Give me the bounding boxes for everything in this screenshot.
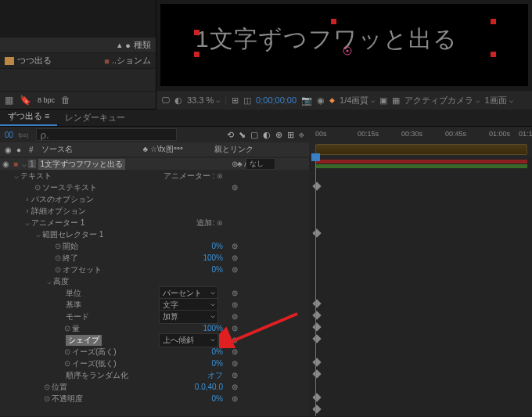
col-number: # [29, 146, 34, 154]
stopwatch-icon[interactable]: ⊙ [34, 183, 41, 192]
folder-icon [5, 57, 14, 65]
randomize-value[interactable]: オフ [207, 370, 223, 381]
box-icon[interactable]: ▢ [250, 130, 258, 140]
keyframe-icon[interactable] [312, 322, 321, 331]
twirl-icon[interactable]: ⌵ [20, 160, 28, 168]
pixel-icon[interactable]: ▦ [5, 95, 13, 106]
label-icon[interactable]: ● [125, 41, 131, 50]
keyframe-icon[interactable] [312, 299, 321, 307]
fx-icon[interactable]: ⊕ [275, 130, 282, 140]
aperture-icon[interactable]: ◉ [317, 95, 325, 106]
link-icon[interactable]: ⎆ [299, 130, 304, 139]
parent-dropdown[interactable]: なし [246, 158, 275, 170]
stopwatch-icon[interactable]: ⊙ [55, 242, 61, 250]
add-button[interactable]: 追加: ⊙ [196, 217, 223, 228]
stopwatch-icon[interactable]: ⊙ [44, 394, 50, 403]
animator-button[interactable]: アニメーター : ⊙ [164, 171, 223, 182]
quality-dropdown[interactable]: 1/4画質 [340, 95, 375, 106]
tab-render-queue[interactable]: レンダーキュー [57, 110, 133, 126]
layer-name[interactable]: 1文字ずつフワッと出る [38, 159, 126, 170]
keyframe-icon[interactable] [312, 369, 321, 378]
project-item-name: つつ出る [17, 55, 52, 67]
hide-icon[interactable]: ▴ [117, 40, 122, 50]
project-panel: ▴ ● 種類 つつ出る ■ ..ションム ▦ 🔖 8 bpc 🗑 [0, 0, 156, 110]
keyframe-icon[interactable] [312, 358, 321, 366]
stopwatch-icon[interactable]: ⊙ [64, 324, 70, 333]
project-footer-toolbar: ▦ 🔖 8 bpc 🗑 [0, 91, 156, 109]
tab-composition[interactable]: ずつ出る ≡ [0, 108, 57, 126]
col-source-name[interactable]: ソース名 [41, 144, 73, 155]
property-panel: ◉ ■ ⌵ 1 1文字ずつフワッと出る ♣ / ⊚ なし ⌵テキストアニメーター… [0, 158, 309, 416]
composition-canvas[interactable]: 1文字ずつフワッと出る [160, 4, 528, 86]
viewer-toolbar: 🖵 ◐ 33.3 % | ⊞ ◫ 0;00;00;00 📷 ◉ ◆ 1/4画質 … [156, 91, 532, 110]
timeline-tabs: ずつ出る ≡ レンダーキュー [0, 110, 532, 127]
keyframe-icon[interactable] [312, 393, 321, 401]
res-icon[interactable]: ⊞ [232, 95, 239, 106]
stopwatch-icon[interactable]: ⊙ [64, 347, 70, 356]
keyframe-icon[interactable] [312, 182, 321, 190]
tag-icon[interactable]: 🔖 [20, 95, 31, 106]
keyframe-icon[interactable] [312, 334, 321, 343]
view-dropdown[interactable]: 1画面 [484, 95, 512, 106]
viewer-panel: 1文字ずつフワッと出る 🖵 ◐ 33.3 % | ⊞ ◫ 0;00;00;00 … [156, 0, 532, 110]
shape-dropdown[interactable]: 上へ傾斜 [159, 333, 218, 347]
col-switches: ♣ ☆\fx图ᵒᵒᵒ [143, 144, 183, 155]
stopwatch-icon[interactable]: ⊙ [44, 383, 50, 391]
keyframe-icon[interactable] [312, 228, 321, 237]
region-icon[interactable]: ▣ [379, 95, 387, 106]
camera-dropdown[interactable]: アクティブカメラ [404, 95, 480, 106]
zoom-dropdown[interactable]: 33.3 % [187, 95, 220, 105]
visibility-icon[interactable]: ◉ [5, 146, 12, 154]
keyframe-icon[interactable] [312, 404, 321, 413]
project-header: ▴ ● 種類 [0, 38, 156, 53]
channel-icon[interactable]: ◆ [329, 96, 335, 104]
timeline-timecode[interactable]: 00 [5, 131, 13, 139]
bpc-label[interactable]: 8 bpc [38, 96, 55, 104]
time-ruler[interactable]: 00s 00:15s 00:30s 00:45s 01:00s 01:15 [309, 127, 532, 142]
timeline-track-area[interactable] [309, 158, 532, 416]
project-item[interactable]: つつ出る ■ ..ションム [0, 53, 156, 69]
stopwatch-icon[interactable]: ⊙ [64, 359, 70, 368]
graph-icon[interactable]: ⊞ [287, 130, 294, 140]
mask-icon[interactable]: ◐ [174, 95, 182, 106]
mode-dropdown[interactable]: 加算 [159, 310, 218, 324]
col-parent: 親とリンク [214, 144, 253, 155]
project-item-type: ..ションム [112, 55, 151, 67]
work-area-bar[interactable] [315, 144, 527, 155]
grid-icon[interactable]: ◫ [243, 95, 251, 106]
snapshot-icon[interactable]: 📷 [301, 95, 312, 106]
svg-point-1 [347, 50, 349, 52]
shape-property[interactable]: シェイプ [66, 335, 102, 346]
column-type-header: 種類 [134, 39, 151, 51]
monitor-icon[interactable]: 🖵 [161, 95, 170, 105]
stopwatch-icon[interactable]: ⊙ [55, 265, 61, 274]
keyframe-icon[interactable] [312, 311, 321, 319]
shy-icon[interactable]: ⬊ [239, 130, 246, 140]
viewer-timecode[interactable]: 0;00;00;00 [256, 95, 297, 105]
playhead[interactable] [315, 158, 316, 416]
preview-text[interactable]: 1文字ずつフワッと出る [196, 23, 493, 56]
stopwatch-icon[interactable]: ⊙ [55, 253, 61, 262]
draft-icon[interactable]: ⟲ [227, 130, 234, 140]
timeline-search-input[interactable] [36, 128, 177, 141]
blur-icon[interactable]: ◐ [263, 130, 271, 140]
transparency-icon[interactable]: ▦ [392, 95, 400, 106]
trash-icon[interactable]: 🗑 [61, 95, 70, 106]
